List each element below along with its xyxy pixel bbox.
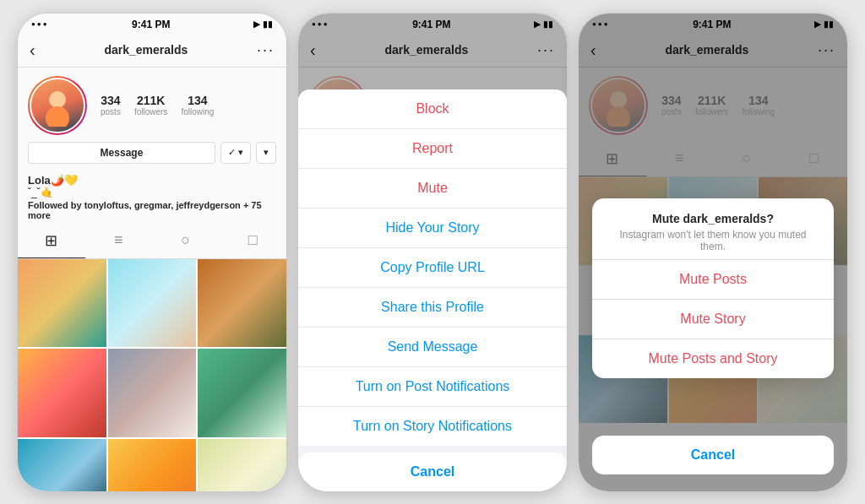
action-buttons: Message ✓ ▾ ▾ — [28, 142, 276, 164]
saved-tab[interactable]: □ — [220, 224, 287, 258]
mute-button[interactable]: Mute — [298, 169, 567, 209]
grid-item[interactable] — [198, 349, 286, 437]
block-button[interactable]: Block — [298, 89, 567, 129]
more-button[interactable]: ▾ — [256, 142, 276, 164]
back-button[interactable]: ‹ — [30, 41, 35, 60]
nav-bar-1: ‹ dark_emeralds ··· — [18, 34, 286, 68]
mute-modal-overlay: Mute dark_emeralds? Instagram won't let … — [579, 14, 847, 491]
followers-label: followers — [134, 107, 167, 117]
copy-profile-url-button[interactable]: Copy Profile URL — [298, 248, 567, 288]
phone-3: ●●● 9:41 PM ▶ ▮▮ ‹ dark_emeralds ··· 334 — [578, 13, 848, 492]
avatar — [28, 76, 87, 135]
avatar-image — [36, 84, 79, 127]
status-time: 9:41 PM — [132, 19, 170, 30]
grid-item[interactable] — [18, 349, 106, 437]
bio-name: Lola🌶️💛 — [28, 174, 276, 187]
grid-item[interactable] — [198, 439, 286, 492]
avatar-inner — [30, 78, 85, 133]
mute-dialog-title: Mute dark_emeralds? — [606, 212, 820, 225]
mute-dialog: Mute dark_emeralds? Instagram won't let … — [592, 198, 834, 378]
more-options-button[interactable]: ··· — [257, 41, 275, 59]
bio-section: Lola🌶️💛 ˘_˘🤙 Followed by tonyloftus, gre… — [18, 171, 286, 224]
bio-followed: Followed by tonyloftus, gregmar, jeffrey… — [28, 200, 276, 220]
followers-stat: 211K followers — [134, 94, 167, 117]
photo-grid — [18, 259, 286, 492]
send-message-button[interactable]: Send Message — [298, 328, 567, 367]
posts-stat: 334 posts — [101, 94, 121, 117]
list-tab[interactable]: ≡ — [85, 224, 153, 258]
battery-icon: ▮▮ — [263, 19, 273, 29]
grid-item[interactable] — [198, 259, 286, 348]
phone-2: ●●● 9:41 PM ▶ ▮▮ ‹ dark_emeralds ··· 334 — [297, 13, 568, 492]
grid-item[interactable] — [108, 349, 197, 437]
bio-text: ˘_˘🤙 — [28, 187, 276, 198]
status-icons: ▶ ▮▮ — [253, 19, 273, 29]
mute-dialog-header: Mute dark_emeralds? Instagram won't let … — [592, 198, 834, 259]
message-button[interactable]: Message — [28, 142, 215, 164]
profile-section: 334 posts 211K followers 134 following M… — [18, 68, 286, 171]
signal-dots: ●●● — [31, 20, 49, 28]
wifi-icon: ▶ — [253, 19, 260, 29]
status-bar-1: ●●● 9:41 PM ▶ ▮▮ — [18, 14, 286, 34]
phone-1: ●●● 9:41 PM ▶ ▮▮ ‹ dark_emeralds ··· — [17, 13, 287, 492]
grid-item[interactable] — [18, 259, 106, 348]
posts-count: 334 — [101, 94, 121, 107]
grid-tab[interactable]: ⊞ — [18, 224, 85, 258]
mute-cancel-container: Cancel — [592, 436, 834, 474]
post-notifications-button[interactable]: Turn on Post Notifications — [298, 367, 567, 407]
grid-item[interactable] — [18, 439, 106, 492]
mute-cancel-button[interactable]: Cancel — [592, 436, 834, 474]
profile-username-nav: dark_emeralds — [104, 43, 188, 57]
followers-count: 211K — [134, 94, 167, 107]
mute-dialog-subtitle: Instagram won't let them know you muted … — [606, 229, 820, 252]
mute-posts-button[interactable]: Mute Posts — [592, 260, 834, 300]
svg-point-0 — [49, 91, 66, 108]
tag-tab[interactable]: ○ — [152, 224, 220, 258]
posts-label: posts — [101, 107, 121, 117]
mute-story-button[interactable]: Mute Story — [592, 300, 834, 339]
share-profile-button[interactable]: Share this Profile — [298, 288, 567, 328]
following-count: 134 — [181, 94, 214, 107]
mute-posts-and-story-button[interactable]: Mute Posts and Story — [592, 339, 834, 378]
stats-container: 334 posts 211K followers 134 following — [101, 94, 276, 117]
followed-by-label: Followed by — [28, 200, 84, 210]
profile-top: 334 posts 211K followers 134 following — [28, 76, 276, 135]
hide-story-button[interactable]: Hide Your Story — [298, 209, 567, 248]
following-label: following — [181, 107, 214, 117]
grid-item[interactable] — [108, 259, 197, 348]
modal-overlay: Block Report Mute Hide Your Story Copy P… — [298, 14, 567, 491]
grid-item[interactable] — [108, 439, 197, 492]
follow-arrow-button[interactable]: ✓ ▾ — [220, 142, 251, 164]
following-stat: 134 following — [181, 94, 214, 117]
svg-point-1 — [46, 106, 69, 127]
tab-icons: ⊞ ≡ ○ □ — [18, 224, 286, 259]
report-button[interactable]: Report — [298, 129, 567, 169]
story-notifications-button[interactable]: Turn on Story Notifications — [298, 407, 567, 446]
action-sheet: Block Report Mute Hide Your Story Copy P… — [298, 89, 567, 491]
cancel-button[interactable]: Cancel — [298, 453, 567, 491]
